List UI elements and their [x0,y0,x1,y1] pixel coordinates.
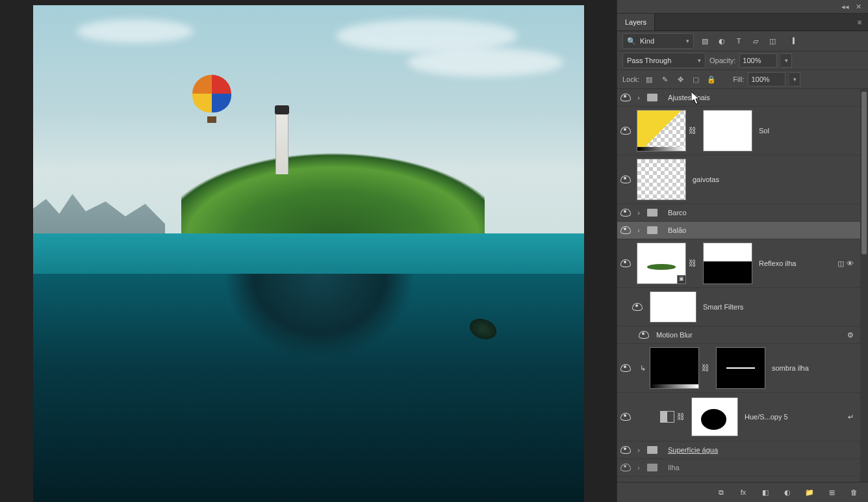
layer-name[interactable]: Ilha [668,464,680,471]
layer-thumbnail[interactable] [637,110,686,152]
layer-folder-ilha[interactable]: › Ilha [617,459,860,477]
layer-name[interactable]: Balão [668,226,686,234]
panel-menu-button[interactable]: ≡ [851,18,868,26]
filter-type-icon[interactable]: T [733,35,745,47]
folder-icon [647,446,657,454]
close-icon[interactable]: ✕ [856,3,862,11]
expand-icon[interactable]: › [634,226,643,234]
visibility-toggle[interactable] [617,127,634,135]
clip-indicator-icon: ↳ [638,364,647,373]
layer-thumbnail[interactable] [637,159,686,200]
layer-thumbnail[interactable] [650,347,699,389]
layer-name[interactable]: Motion Blur [656,331,693,339]
layer-mask-thumbnail[interactable] [716,347,765,389]
layer-name[interactable]: sombra ilha [772,364,809,372]
new-layer-button[interactable]: ⊞ [826,487,837,497]
layer-sombra-ilha[interactable]: ↳ ⛓ sombra ilha [617,344,860,393]
balloon-illustration [192,75,231,123]
filter-pixel-icon[interactable]: ▧ [699,35,711,47]
filter-adjust-icon[interactable]: ◐ [716,35,728,47]
visibility-toggle[interactable] [617,259,634,267]
layer-mask-thumbnail[interactable] [703,110,752,152]
visibility-toggle[interactable] [617,413,634,421]
layer-folder-balao[interactable]: › Balão [617,222,860,239]
lock-paint-icon[interactable]: ✎ [659,73,670,85]
smart-filters-mask-thumbnail[interactable] [650,291,696,323]
adjustment-layer-icon[interactable] [660,411,674,423]
layer-gaivotas[interactable]: gaivotas [617,155,860,204]
link-icon[interactable]: ⛓ [688,259,697,268]
filter-shape-icon[interactable]: ▱ [750,35,761,47]
filter-kind-label: Kind [640,37,654,45]
layer-smart-filters[interactable]: Smart Filters [617,288,860,326]
layer-hue-saturation[interactable]: ⛓ Hue/S...opy 5 ↵ [617,393,860,442]
layer-name[interactable]: Barco [668,209,687,217]
filter-indicator-icon[interactable]: ◫ [837,259,844,268]
layer-folder-superficie-agua[interactable]: › Superfície água [617,442,860,459]
expand-icon[interactable]: › [634,209,643,217]
link-layers-button[interactable]: ⧉ [716,487,726,497]
layer-name[interactable]: Hue/S...opy 5 [745,413,788,421]
opacity-stepper[interactable]: ▾ [781,53,792,68]
lock-position-icon[interactable]: ✥ [674,73,686,85]
visibility-mini-icon[interactable]: 👁 [847,259,854,268]
document-canvas[interactable] [33,5,584,502]
layer-name[interactable]: Sol [759,127,769,135]
link-icon[interactable]: ⛓ [701,363,710,373]
canvas-area[interactable] [0,0,617,502]
layer-mask-thumbnail[interactable] [691,397,738,436]
new-group-button[interactable]: 📁 [804,487,815,497]
add-adjustment-button[interactable]: ◐ [782,487,793,497]
visibility-toggle[interactable] [617,94,634,101]
link-icon[interactable]: ⛓ [688,126,697,135]
layer-name[interactable]: Reflexo ilha [759,259,796,267]
expand-icon[interactable]: › [634,94,643,101]
blend-row: Pass Through ▾ Opacity: 100% ▾ [617,51,868,70]
layer-sol[interactable]: ⛓ Sol [617,107,860,155]
layer-folder-barco[interactable]: › Barco [617,204,860,222]
layers-panel: ◂◂ ✕ Layers ≡ 🔍 Kind ▾ ▧ ◐ T ▱ ◫ ⏽ Pass … [617,0,868,502]
lock-transparent-icon[interactable]: ▨ [643,73,655,85]
lock-all-icon[interactable]: 🔒 [706,73,717,85]
layer-folder-ajustes-finais[interactable]: › Ajustes finais [617,89,860,107]
chevron-down-icon: ▾ [698,57,701,64]
add-mask-button[interactable]: ◧ [760,487,771,497]
filter-settings-icon[interactable]: ⚙ [847,331,854,339]
opacity-input[interactable]: 100% [739,53,777,68]
layer-reflexo-ilha[interactable]: ▣ ⛓ Reflexo ilha ◫ 👁 [617,239,860,288]
fx-button[interactable]: fx [738,487,748,497]
filter-toggle-switch[interactable]: ⏽ [787,35,799,47]
expand-icon[interactable]: › [634,464,643,471]
visibility-toggle[interactable] [617,446,634,454]
visibility-toggle[interactable] [617,209,634,217]
layer-name[interactable]: gaivotas [693,176,719,183]
layer-filter-motion-blur[interactable]: Motion Blur ⚙ [617,326,860,344]
visibility-toggle[interactable] [635,331,652,339]
lock-row: Lock: ▨ ✎ ✥ ▢ 🔒 Fill: 100% ▾ [617,70,868,89]
filter-kind-select[interactable]: 🔍 Kind ▾ [622,33,694,49]
lock-artboard-icon[interactable]: ▢ [690,73,702,85]
collapse-icon[interactable]: ◂◂ [841,3,849,11]
fill-stepper[interactable]: ▾ [789,72,800,86]
layer-mask-thumbnail[interactable] [703,243,752,284]
visibility-toggle[interactable] [617,176,634,183]
layers-scrollbar[interactable] [860,89,868,482]
filter-smart-icon[interactable]: ◫ [767,35,778,47]
visibility-toggle[interactable] [629,303,646,311]
expand-icon[interactable]: › [634,446,643,454]
eye-icon [620,364,631,372]
tab-layers[interactable]: Layers [617,14,655,31]
fill-input[interactable]: 100% [748,72,785,86]
blend-mode-select[interactable]: Pass Through ▾ [622,53,706,68]
visibility-toggle[interactable] [617,464,634,471]
scrollbar-thumb[interactable] [862,92,867,254]
link-icon[interactable]: ⛓ [676,412,685,421]
layer-thumbnail[interactable]: ▣ [637,243,686,284]
panel-tabs: Layers ≡ [617,14,868,31]
visibility-toggle[interactable] [617,364,634,372]
layer-name[interactable]: Ajustes finais [668,94,710,101]
visibility-toggle[interactable] [617,226,634,234]
layer-name[interactable]: Superfície água [668,446,718,454]
layer-name[interactable]: Smart Filters [703,303,743,311]
delete-layer-button[interactable]: 🗑 [849,487,859,497]
